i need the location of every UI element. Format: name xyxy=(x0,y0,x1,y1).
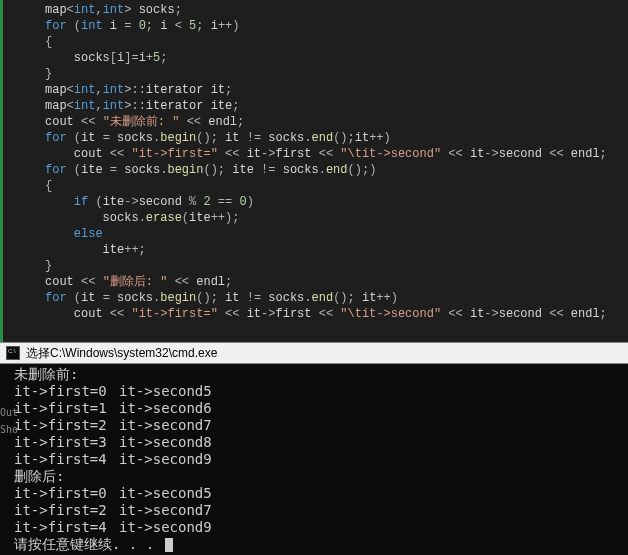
terminal-line: it->first=3it->second8 xyxy=(0,434,628,451)
code-line[interactable]: cout << "it->first=" << it->first << "\t… xyxy=(45,146,607,162)
terminal-line: 请按任意键继续. . . xyxy=(0,536,628,553)
terminal-output[interactable]: Out Sho 未删除前:it->first=0it->second5it->f… xyxy=(0,364,628,555)
code-line[interactable]: map<int,int> socks; xyxy=(45,2,607,18)
terminal-line: it->first=2it->second7 xyxy=(0,502,628,519)
terminal-line: 未删除前: xyxy=(0,366,628,383)
code-line[interactable]: for (int i = 0; i < 5; i++) xyxy=(45,18,607,34)
code-line[interactable]: } xyxy=(45,66,607,82)
code-line[interactable]: ite++; xyxy=(45,242,607,258)
terminal-line: 删除后: xyxy=(0,468,628,485)
code-line[interactable]: map<int,int>::iterator ite; xyxy=(45,98,607,114)
terminal-line: it->first=0it->second5 xyxy=(0,383,628,400)
code-line[interactable]: if (ite->second % 2 == 0) xyxy=(45,194,607,210)
code-line[interactable]: for (ite = socks.begin(); ite != socks.e… xyxy=(45,162,607,178)
code-line[interactable]: else xyxy=(45,226,607,242)
code-content[interactable]: map<int,int> socks;for (int i = 0; i < 5… xyxy=(5,0,607,342)
code-line[interactable]: for (it = socks.begin(); it != socks.end… xyxy=(45,130,607,146)
terminal-title: 选择C:\Windows\system32\cmd.exe xyxy=(26,345,217,362)
code-line[interactable]: socks[i]=i+5; xyxy=(45,50,607,66)
code-line[interactable]: { xyxy=(45,178,607,194)
terminal-line: it->first=4it->second9 xyxy=(0,451,628,468)
terminal-titlebar[interactable]: 选择C:\Windows\system32\cmd.exe xyxy=(0,342,628,364)
code-line[interactable]: { xyxy=(45,34,607,50)
terminal-line: it->first=2it->second7 xyxy=(0,417,628,434)
terminal-line: it->first=4it->second9 xyxy=(0,519,628,536)
terminal-line: it->first=0it->second5 xyxy=(0,485,628,502)
code-editor[interactable]: map<int,int> socks;for (int i = 0; i < 5… xyxy=(0,0,628,342)
code-line[interactable]: cout << "it->first=" << it->first << "\t… xyxy=(45,306,607,322)
cursor xyxy=(165,538,173,552)
code-line[interactable]: cout << "未删除前: " << endl; xyxy=(45,114,607,130)
code-line[interactable]: socks.erase(ite++); xyxy=(45,210,607,226)
terminal-line: it->first=1it->second6 xyxy=(0,400,628,417)
cmd-icon xyxy=(6,346,20,360)
code-line[interactable]: map<int,int>::iterator it; xyxy=(45,82,607,98)
code-line[interactable]: cout << "删除后: " << endl; xyxy=(45,274,607,290)
code-line[interactable]: } xyxy=(45,258,607,274)
code-line[interactable]: for (it = socks.begin(); it != socks.end… xyxy=(45,290,607,306)
